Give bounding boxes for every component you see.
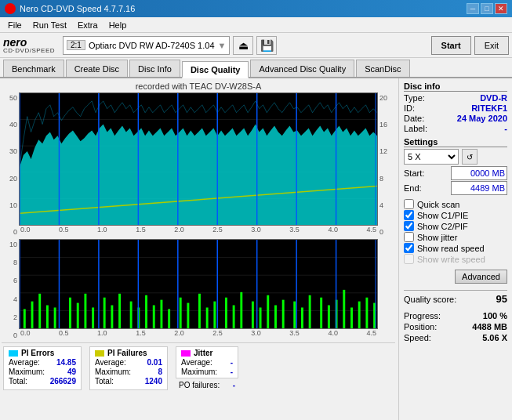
menu-run-test[interactable]: Run Test [28,20,71,31]
svg-rect-37 [24,309,26,328]
tab-create-disc[interactable]: Create Disc [66,60,128,77]
title-bar-left: Nero CD-DVD Speed 4.7.7.16 [5,3,135,14]
pi-errors-avg: 14.85 [56,358,76,367]
svg-rect-52 [153,306,155,328]
tab-advanced-disc-quality[interactable]: Advanced Disc Quality [250,60,354,77]
show-write-speed-label: Show write speed [417,255,485,264]
maximize-button[interactable]: □ [481,3,493,14]
minimize-button[interactable]: ─ [467,3,479,14]
chart-area: recorded with TEAC DV-W28S-A 50403020100 [0,78,398,420]
settings-title: Settings [404,137,507,147]
logo-sub: CD·DVD/SPEED [3,48,55,54]
speed-value: 5.06 X [482,333,507,342]
svg-rect-58 [206,307,209,328]
menu-extra[interactable]: Extra [73,20,103,31]
tab-disc-info[interactable]: Disc Info [129,60,180,77]
id-label: ID: [404,103,415,113]
svg-rect-59 [213,302,216,328]
lower-chart-wrapper: 1086420 [2,239,395,341]
speed-row: 5 X 2 X 4 X 8 X MAX ↺ [404,149,507,165]
pi-failures-label: PI Failures [107,349,147,357]
dropdown-arrow-icon: ▼ [218,41,227,50]
menu-file[interactable]: File [3,20,27,31]
advanced-button[interactable]: Advanced [455,270,507,284]
menu-help[interactable]: Help [104,20,132,31]
lower-chart-svg [20,240,377,328]
jitter-label: Jitter [194,349,212,357]
pi-errors-color [9,350,18,357]
date-value: 24 May 2020 [457,114,507,123]
progress-value: 100 % [483,311,507,320]
svg-rect-43 [77,303,79,328]
svg-rect-74 [343,290,345,328]
svg-rect-69 [301,307,303,328]
start-label: Start: [404,168,424,178]
start-input[interactable] [451,166,507,180]
lower-y-labels: 1086420 [2,239,19,341]
po-failures-label: PO failures: [179,381,220,389]
title-text: Nero CD-DVD Speed 4.7.7.16 [20,4,135,13]
svg-rect-71 [320,298,322,328]
app-icon [5,3,16,14]
title-bar: Nero CD-DVD Speed 4.7.7.16 ─ □ ✕ [0,0,512,17]
speed-select[interactable]: 5 X 2 X 4 X 8 X MAX [404,149,459,165]
total-label: Total: [9,377,27,386]
show-c2-pif-checkbox[interactable] [404,221,414,231]
svg-rect-62 [240,292,242,328]
pi-failures-max: 8 [158,368,162,376]
svg-rect-40 [46,306,49,328]
quality-score-label: Quality score: [404,295,456,304]
show-jitter-row: Show jitter [404,232,507,242]
pi-errors-label: PI Errors [21,349,54,357]
lower-chart: 0.00.51.01.52.02.53.03.54.04.5 [19,239,378,341]
svg-rect-51 [145,295,147,328]
close-button[interactable]: ✕ [495,3,507,14]
start-button[interactable]: Start [431,36,471,55]
settings-refresh-button[interactable]: ↺ [462,149,478,165]
eject-button[interactable]: ⏏ [233,36,253,55]
drive-selector[interactable]: 2:1 Optiarc DVD RW AD-7240S 1.04 ▼ [63,36,230,55]
svg-rect-63 [252,302,254,328]
tab-disc-quality[interactable]: Disc Quality [182,61,249,78]
svg-rect-47 [111,306,113,328]
end-input[interactable] [451,181,507,195]
chart-title: recorded with TEAC DV-W28S-A [2,81,395,91]
show-jitter-label: Show jitter [417,233,457,242]
show-read-speed-checkbox[interactable] [404,243,414,253]
upper-y-labels-right: 201612840 [378,92,395,237]
svg-rect-64 [260,307,262,328]
po-failures-val: - [233,381,235,389]
upper-chart: 0.00.51.01.52.02.53.03.54.04.5 [19,92,378,237]
svg-rect-42 [69,298,71,328]
svg-rect-75 [350,307,353,328]
tab-scan-disc[interactable]: ScanDisc [356,60,409,77]
show-jitter-checkbox[interactable] [404,232,414,242]
progress-label: Progress: [404,311,441,320]
menu-bar: File Run Test Extra Help [0,17,512,33]
quick-scan-checkbox[interactable] [404,199,414,209]
type-value: DVD-R [480,93,507,103]
settings-section: Settings 5 X 2 X 4 X 8 X MAX ↺ Start: En… [404,137,507,196]
tab-benchmark[interactable]: Benchmark [3,60,64,77]
show-write-speed-checkbox [404,254,414,264]
po-failures-row: PO failures: - [176,380,238,390]
disc-info-section: Disc info Type: DVD-R ID: RITEKF1 Date: … [404,81,507,134]
save-button[interactable]: 💾 [256,36,277,55]
position-label: Position: [404,322,437,331]
pi-failures-color [95,350,104,357]
legend-area: PI Errors Average: 14.85 Maximum: 49 Tot… [2,342,395,393]
svg-rect-66 [274,306,277,328]
exit-button[interactable]: Exit [474,36,509,55]
position-value: 4488 MB [472,322,507,331]
svg-rect-46 [103,298,106,328]
show-c2-pif-label: Show C2/PIF [417,222,468,231]
pi-failures-legend: PI Failures Average: 0.01 Maximum: 8 Tot… [89,346,168,390]
quality-score-row: Quality score: 95 [404,290,507,305]
svg-rect-55 [180,298,182,328]
show-c1-pie-checkbox[interactable] [404,210,414,220]
svg-rect-72 [328,306,330,328]
pi-failures-total: 1240 [145,377,162,386]
svg-rect-67 [282,300,285,328]
show-read-speed-label: Show read speed [417,244,485,253]
svg-rect-48 [118,294,121,328]
